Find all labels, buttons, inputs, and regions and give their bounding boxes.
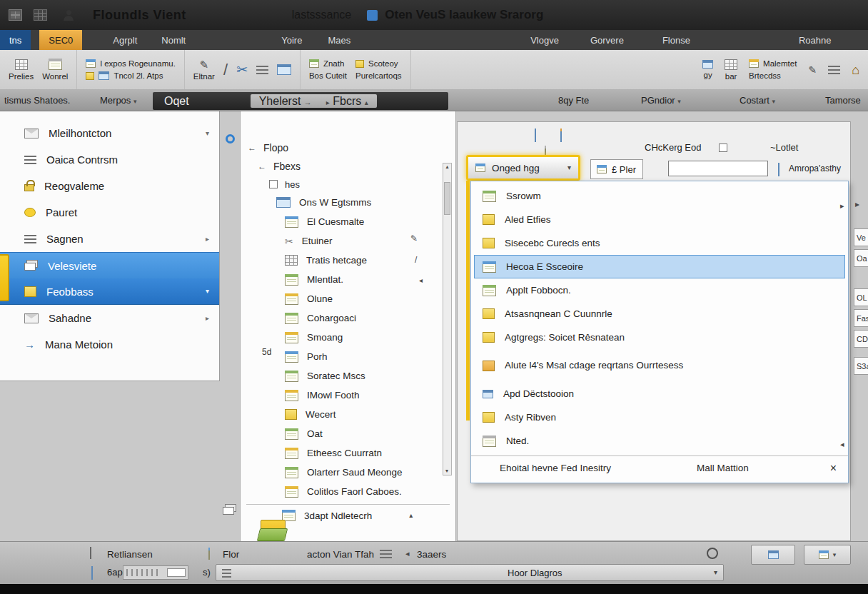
tab-sec0-active[interactable]: SEC0	[39, 30, 82, 50]
tab-tns[interactable]: tns	[0, 30, 31, 50]
edge-item[interactable]: OL	[854, 288, 868, 306]
tab-roahne[interactable]: Roahne	[789, 30, 841, 50]
ribbon-option-1[interactable]: l expos Rogeunamu.	[100, 59, 175, 68]
sidebar-item-velesviete-selected[interactable]: Velesviete	[0, 252, 219, 278]
expand-left-icon[interactable]	[840, 441, 844, 448]
tree-item[interactable]: Ons W Egtsmms	[241, 193, 455, 212]
window-mini-icon-2[interactable]	[560, 129, 562, 142]
mini-toolbar-box[interactable]	[123, 565, 188, 580]
scroll-thumb[interactable]	[444, 182, 450, 215]
tree-check-row[interactable]: hes	[241, 176, 455, 193]
status-retliansen[interactable]: Retliansen	[107, 549, 153, 560]
checkbox[interactable]	[269, 180, 278, 188]
edge-item[interactable]: CDv	[854, 330, 868, 348]
tree-item[interactable]: Mlentlat.	[241, 270, 455, 289]
tab-gorvere[interactable]: Gorvere	[581, 30, 633, 50]
annotate-icon[interactable]	[808, 65, 817, 75]
edge-item[interactable]: Ve	[854, 228, 868, 246]
close-icon[interactable]	[830, 463, 837, 474]
tree-item[interactable]: Oat	[241, 424, 455, 443]
more-lines-icon[interactable]	[828, 66, 840, 74]
tree-item[interactable]: Etuiner	[241, 231, 455, 251]
sync-ring-icon[interactable]	[707, 548, 718, 559]
status-3aaers[interactable]: 3aaers	[417, 549, 446, 560]
gy-button[interactable]: gy	[702, 60, 713, 79]
bar-button[interactable]: bar	[725, 59, 737, 81]
sidebar-item-sagnen[interactable]: Sagnen	[0, 226, 219, 252]
tree-root-fbexs[interactable]: Fbexs	[241, 157, 455, 176]
tree-item[interactable]: Olarterr Saud Meonge	[241, 463, 455, 482]
tab-vlogve[interactable]: Vlogve	[521, 30, 568, 50]
chevron-down-icon[interactable]	[206, 130, 209, 137]
window-mini-icon[interactable]	[535, 129, 536, 142]
menu-item[interactable]: Agtgregs: Soicet Rêsnatean	[471, 326, 848, 349]
tree-item[interactable]: Cohargoaci	[241, 308, 455, 328]
tree-item[interactable]: El Cuesmalte	[241, 212, 455, 231]
toolbar-dark-segment[interactable]: Oqet Yhelerst Fbcrs	[153, 92, 448, 110]
tree-item[interactable]: Wecert	[241, 405, 455, 424]
sidebar-item-pauret[interactable]: Pauret	[0, 199, 219, 226]
arrow-left-icon[interactable]	[258, 162, 266, 171]
highlighted-folder-icon[interactable]	[258, 520, 287, 541]
scissors-icon[interactable]	[236, 63, 248, 76]
chevron-right-icon[interactable]	[206, 315, 209, 322]
arrow-left-icon[interactable]	[248, 144, 256, 152]
menu-item[interactable]: Ssrowm	[471, 184, 848, 208]
expand-right-icon[interactable]	[840, 202, 844, 210]
tree-item[interactable]: Tratis hetcage	[241, 251, 455, 270]
tab-flonse[interactable]: Flonse	[653, 30, 700, 50]
znath-button[interactable]: Znath Bos Cuteit	[309, 59, 347, 80]
toolbar-8qy-fte[interactable]: 8qy Fte	[558, 95, 589, 106]
costart-dropdown[interactable]: Costart	[740, 95, 775, 106]
edge-expand-icon[interactable]	[855, 200, 859, 208]
eltnar-button[interactable]: Eltnar	[193, 59, 215, 81]
view-button-2[interactable]	[804, 545, 851, 565]
collapse-icon[interactable]	[409, 512, 413, 519]
sidebar-item-feobbass-selected[interactable]: Feobbass	[0, 278, 219, 305]
tree-item[interactable]: Soratec Mscs	[241, 366, 455, 386]
tree-item[interactable]: Etheesc Cuurratn	[241, 443, 455, 463]
chevron-down-icon[interactable]	[206, 288, 209, 295]
tree-item[interactable]: IMowl Footh	[241, 386, 455, 405]
onged-hgg-dropdown-button[interactable]: Onged hgg	[466, 155, 580, 181]
fbcrs-control[interactable]: Fbcrs	[326, 95, 368, 108]
toolbar-tamorse[interactable]: Tamorse	[825, 95, 861, 106]
merpos-dropdown[interactable]: Merpos	[100, 95, 137, 106]
status-acton-vian-tfah[interactable]: acton Vian Tfah	[307, 549, 374, 560]
malemtet-button[interactable]: Malemtet Brtecdss	[749, 59, 797, 80]
menu-item-selected[interactable]: Hecoa E Ssceoire	[474, 255, 845, 278]
tab-yoire[interactable]: Yoire	[272, 30, 311, 50]
bottom-input-bar[interactable]: Hoor Dlagros	[216, 564, 724, 581]
scroll-down-icon[interactable]	[445, 468, 448, 474]
menu-item[interactable]: Aled Etfies	[471, 208, 848, 231]
yhelerst-control[interactable]: Yhelerst	[259, 95, 312, 108]
edge-item[interactable]: Oa	[854, 249, 868, 267]
chevron-right-icon[interactable]	[206, 236, 209, 243]
tab-nomlt[interactable]: Nomlt	[152, 30, 195, 50]
menu-item[interactable]: Alute l4's Msal cdage reqrtans Ourrteses…	[471, 349, 848, 382]
sidebar-item-mleilhontcton[interactable]: Mleilhontcton	[0, 120, 219, 146]
tab-agrplt[interactable]: Agrplt	[104, 30, 146, 50]
sidebar-item-reogvaleme[interactable]: Reogvaleme	[0, 173, 219, 199]
sidebar-item-sahadne[interactable]: Sahadne	[0, 305, 219, 331]
pgndior-dropdown[interactable]: PGndior	[641, 95, 681, 106]
view-button-1[interactable]	[751, 545, 795, 565]
user-icon[interactable]	[63, 9, 74, 21]
list-lines-icon[interactable]	[256, 66, 268, 74]
panel-search-input[interactable]	[668, 161, 768, 176]
menu-item[interactable]: Atsasnqnean C Cuunnrle	[471, 302, 848, 326]
edge-item[interactable]: Fas	[854, 309, 868, 327]
sidebar-item-oaica-contrsm[interactable]: Oaica Contrsm	[0, 146, 219, 173]
calendar-icon[interactable]	[34, 9, 47, 21]
chevron-down-icon[interactable]	[714, 569, 717, 576]
slash-tool-icon[interactable]	[223, 62, 228, 78]
sidebar-item-mana-metoion[interactable]: Mana Metoion	[0, 331, 219, 358]
edge-item[interactable]: S3a	[854, 357, 868, 375]
tree-item[interactable]: Colitlos Faorl Caboes.	[241, 482, 455, 501]
pler-tab[interactable]: £ Pler	[590, 159, 643, 179]
menu-item[interactable]: Nted.	[471, 429, 848, 453]
scoteoy-button[interactable]: Scoteoy Purelcartoqs	[355, 59, 402, 80]
tree-item[interactable]: Smoang	[241, 328, 455, 347]
menu-item[interactable]: Sisecebc Curecls ents	[471, 231, 848, 255]
home-icon[interactable]	[852, 64, 859, 76]
